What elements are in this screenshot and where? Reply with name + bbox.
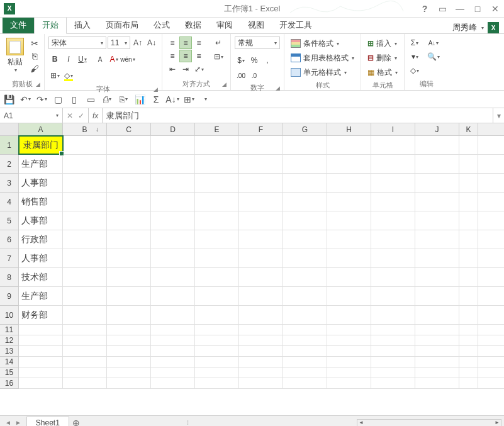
cell[interactable]	[415, 346, 459, 356]
cell[interactable]	[327, 367, 371, 378]
cell[interactable]	[151, 268, 195, 286]
cell[interactable]	[371, 378, 415, 388]
merge-center-button[interactable]: ⊟▾	[210, 50, 227, 63]
col-header-G[interactable]: G	[283, 123, 327, 135]
cell[interactable]	[283, 193, 327, 211]
col-header-I[interactable]: I	[371, 123, 415, 135]
ribbon-options-icon[interactable]: ▭	[436, 4, 449, 14]
cell[interactable]	[19, 325, 63, 335]
cell[interactable]	[283, 155, 327, 173]
cell[interactable]	[239, 287, 283, 305]
cell[interactable]	[415, 211, 459, 230]
cell[interactable]	[151, 136, 195, 154]
cell[interactable]	[239, 174, 283, 192]
add-sheet-button[interactable]: ⊕	[69, 418, 83, 427]
dialog-launcher-icon[interactable]: ◢	[36, 81, 40, 87]
cell[interactable]	[415, 174, 459, 192]
horizontal-scrollbar[interactable]	[357, 419, 501, 426]
cell[interactable]	[283, 249, 327, 267]
cell[interactable]	[327, 155, 371, 173]
cell[interactable]	[371, 357, 415, 367]
cell[interactable]	[327, 346, 371, 356]
save-button[interactable]: 💾	[3, 93, 15, 106]
cell[interactable]	[283, 378, 327, 388]
cell[interactable]: 技术部	[19, 268, 63, 286]
font-color-button[interactable]: A▾	[108, 53, 120, 65]
qat-sort-button[interactable]: A↓▾	[166, 93, 179, 106]
row-header[interactable]: 3	[0, 174, 18, 193]
row-header[interactable]: 2	[0, 155, 18, 174]
decrease-indent-button[interactable]: ⇤	[166, 63, 179, 76]
cell[interactable]	[195, 155, 239, 173]
cell[interactable]	[371, 268, 415, 286]
align-left-button[interactable]: ≡	[166, 50, 179, 62]
qat-open-button[interactable]: ▯	[68, 93, 81, 106]
font-size-select[interactable]: 11▾	[108, 36, 130, 49]
undo-button[interactable]: ↶▾	[19, 93, 31, 106]
cell[interactable]	[459, 287, 478, 305]
phonetic-button[interactable]: A	[94, 53, 106, 65]
cell[interactable]: 销售部	[19, 193, 63, 211]
dialog-launcher-icon[interactable]: ◢	[276, 85, 280, 91]
cell[interactable]	[107, 230, 151, 249]
sort-filter-button[interactable]: A↓▾	[427, 36, 440, 49]
tab-developer[interactable]: 开发工具	[272, 17, 320, 33]
cell[interactable]	[327, 357, 371, 367]
italic-button[interactable]: I	[62, 53, 75, 65]
cell[interactable]	[283, 346, 327, 356]
cell[interactable]	[415, 357, 459, 367]
name-box[interactable]: A1▾	[0, 108, 63, 123]
cell[interactable]	[63, 249, 107, 267]
fx-icon[interactable]: fx	[89, 108, 103, 123]
cell[interactable]	[151, 155, 195, 173]
select-all-corner[interactable]	[0, 123, 19, 135]
cell[interactable]	[371, 211, 415, 230]
cell[interactable]: 生产部	[19, 287, 63, 305]
ruby-button[interactable]: wén▾	[121, 53, 134, 65]
qat-copy-button[interactable]: ⎘▾	[117, 93, 130, 106]
row-header[interactable]: 8	[0, 268, 18, 287]
cell[interactable]	[63, 346, 107, 356]
cell[interactable]	[371, 346, 415, 356]
insert-cells-button[interactable]: ⊞插入▾	[365, 36, 400, 50]
cell[interactable]	[327, 211, 371, 230]
sheet-tab[interactable]: Sheet1	[26, 417, 69, 426]
accounting-format-button[interactable]: $▾	[235, 54, 247, 67]
cell[interactable]	[19, 335, 63, 345]
cell[interactable]: 人事部	[19, 174, 63, 192]
cell[interactable]	[107, 346, 151, 356]
qat-border-button[interactable]: ⊞▾	[182, 93, 195, 106]
align-center-button[interactable]: ≡	[179, 50, 192, 62]
cell[interactable]	[283, 335, 327, 345]
row-header[interactable]: 1	[0, 136, 18, 155]
cell-styles-button[interactable]: 单元格样式▾	[288, 65, 357, 79]
row-header[interactable]: 12	[0, 335, 18, 346]
cell[interactable]	[459, 249, 478, 267]
cell[interactable]	[459, 155, 478, 173]
format-cells-button[interactable]: ▦格式▾	[365, 65, 400, 79]
fill-button[interactable]: ▾▾	[408, 50, 421, 63]
cell[interactable]	[107, 249, 151, 267]
cell[interactable]	[459, 306, 478, 324]
cell[interactable]	[63, 155, 107, 173]
dialog-launcher-icon[interactable]: ◢	[222, 81, 227, 87]
tab-insert[interactable]: 插入	[67, 17, 98, 33]
align-right-button[interactable]: ≡	[193, 50, 205, 62]
tab-data[interactable]: 数据	[177, 17, 209, 33]
cell[interactable]	[459, 357, 478, 367]
cell[interactable]	[151, 287, 195, 305]
tab-file[interactable]: 文件	[3, 17, 34, 33]
cell[interactable]	[63, 193, 107, 211]
cell[interactable]	[415, 287, 459, 305]
cell[interactable]	[371, 287, 415, 305]
cell[interactable]	[415, 155, 459, 173]
increase-indent-button[interactable]: ⇥	[179, 63, 192, 76]
cell[interactable]	[283, 136, 327, 154]
cell[interactable]	[415, 136, 459, 154]
cell[interactable]	[151, 174, 195, 192]
increase-font-button[interactable]: A↑	[132, 36, 144, 49]
align-bottom-button[interactable]: ≡	[193, 36, 205, 49]
tab-page-layout[interactable]: 页面布局	[98, 17, 146, 33]
cell[interactable]	[459, 174, 478, 192]
cell[interactable]	[107, 335, 151, 345]
